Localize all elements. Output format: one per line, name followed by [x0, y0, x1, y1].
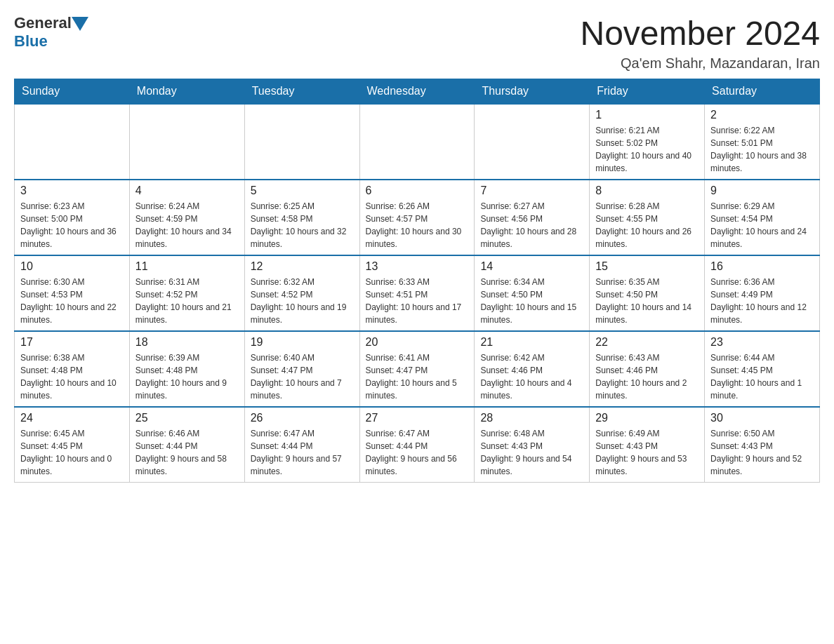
day-info: Sunrise: 6:35 AMSunset: 4:50 PMDaylight:… — [595, 276, 699, 326]
day-number: 28 — [480, 412, 583, 424]
calendar-header-friday: Friday — [590, 79, 705, 105]
calendar-cell: 3Sunrise: 6:23 AMSunset: 5:00 PMDaylight… — [15, 180, 130, 255]
day-info: Sunrise: 6:29 AMSunset: 4:54 PMDaylight:… — [710, 200, 814, 250]
day-number: 27 — [366, 412, 469, 424]
calendar-cell: 2Sunrise: 6:22 AMSunset: 5:01 PMDaylight… — [705, 104, 820, 180]
calendar-cell — [15, 104, 130, 180]
day-info: Sunrise: 6:49 AMSunset: 4:43 PMDaylight:… — [595, 427, 699, 478]
day-number: 2 — [710, 109, 814, 121]
day-info: Sunrise: 6:48 AMSunset: 4:43 PMDaylight:… — [480, 427, 583, 478]
calendar-cell: 5Sunrise: 6:25 AMSunset: 4:58 PMDaylight… — [244, 180, 359, 255]
day-info: Sunrise: 6:41 AMSunset: 4:47 PMDaylight:… — [366, 351, 469, 402]
calendar-cell: 8Sunrise: 6:28 AMSunset: 4:55 PMDaylight… — [590, 180, 705, 255]
day-number: 30 — [710, 412, 814, 424]
calendar-cell — [475, 104, 590, 180]
day-info: Sunrise: 6:21 AMSunset: 5:02 PMDaylight:… — [595, 124, 699, 175]
day-number: 15 — [595, 260, 699, 273]
calendar-week-row-4: 17Sunrise: 6:38 AMSunset: 4:48 PMDayligh… — [15, 331, 820, 407]
page-header: General Blue November 2024 Qa'em Shahr, … — [14, 14, 820, 72]
calendar-header-saturday: Saturday — [705, 79, 820, 105]
calendar-cell: 21Sunrise: 6:42 AMSunset: 4:46 PMDayligh… — [475, 331, 590, 407]
calendar-cell: 28Sunrise: 6:48 AMSunset: 4:43 PMDayligh… — [475, 407, 590, 483]
day-info: Sunrise: 6:26 AMSunset: 4:57 PMDaylight:… — [366, 200, 469, 250]
calendar-cell: 1Sunrise: 6:21 AMSunset: 5:02 PMDaylight… — [590, 104, 705, 180]
calendar-cell: 20Sunrise: 6:41 AMSunset: 4:47 PMDayligh… — [359, 331, 475, 407]
day-info: Sunrise: 6:22 AMSunset: 5:01 PMDaylight:… — [710, 124, 814, 175]
day-info: Sunrise: 6:30 AMSunset: 4:53 PMDaylight:… — [20, 276, 124, 326]
day-number: 4 — [135, 185, 239, 197]
calendar-cell — [244, 104, 359, 180]
calendar-header-wednesday: Wednesday — [359, 79, 475, 105]
day-number: 10 — [20, 260, 124, 273]
calendar-week-row-2: 3Sunrise: 6:23 AMSunset: 5:00 PMDaylight… — [15, 180, 820, 255]
calendar-week-row-1: 1Sunrise: 6:21 AMSunset: 5:02 PMDaylight… — [15, 104, 820, 180]
calendar-week-row-3: 10Sunrise: 6:30 AMSunset: 4:53 PMDayligh… — [15, 255, 820, 331]
day-info: Sunrise: 6:24 AMSunset: 4:59 PMDaylight:… — [135, 200, 239, 250]
day-number: 23 — [710, 336, 814, 349]
location-title: Qa'em Shahr, Mazandaran, Iran — [580, 55, 820, 72]
logo-general-text: General — [14, 14, 72, 32]
day-number: 21 — [480, 336, 583, 349]
day-info: Sunrise: 6:47 AMSunset: 4:44 PMDaylight:… — [366, 427, 469, 478]
calendar-table: SundayMondayTuesdayWednesdayThursdayFrid… — [14, 79, 820, 483]
calendar-cell: 25Sunrise: 6:46 AMSunset: 4:44 PMDayligh… — [129, 407, 244, 483]
day-info: Sunrise: 6:27 AMSunset: 4:56 PMDaylight:… — [480, 200, 583, 250]
day-info: Sunrise: 6:28 AMSunset: 4:55 PMDaylight:… — [595, 200, 699, 250]
day-info: Sunrise: 6:43 AMSunset: 4:46 PMDaylight:… — [595, 351, 699, 402]
calendar-cell: 16Sunrise: 6:36 AMSunset: 4:49 PMDayligh… — [705, 255, 820, 331]
day-number: 1 — [595, 109, 699, 121]
day-info: Sunrise: 6:32 AMSunset: 4:52 PMDaylight:… — [251, 276, 354, 326]
calendar-cell: 6Sunrise: 6:26 AMSunset: 4:57 PMDaylight… — [359, 180, 475, 255]
day-info: Sunrise: 6:46 AMSunset: 4:44 PMDaylight:… — [135, 427, 239, 478]
calendar-week-row-5: 24Sunrise: 6:45 AMSunset: 4:45 PMDayligh… — [15, 407, 820, 483]
calendar-cell: 24Sunrise: 6:45 AMSunset: 4:45 PMDayligh… — [15, 407, 130, 483]
calendar-cell: 26Sunrise: 6:47 AMSunset: 4:44 PMDayligh… — [244, 407, 359, 483]
day-info: Sunrise: 6:50 AMSunset: 4:43 PMDaylight:… — [710, 427, 814, 478]
day-number: 18 — [135, 336, 239, 349]
calendar-header-monday: Monday — [129, 79, 244, 105]
calendar-cell: 18Sunrise: 6:39 AMSunset: 4:48 PMDayligh… — [129, 331, 244, 407]
calendar-cell: 9Sunrise: 6:29 AMSunset: 4:54 PMDaylight… — [705, 180, 820, 255]
calendar-cell: 14Sunrise: 6:34 AMSunset: 4:50 PMDayligh… — [475, 255, 590, 331]
calendar-cell: 17Sunrise: 6:38 AMSunset: 4:48 PMDayligh… — [15, 331, 130, 407]
calendar-header-tuesday: Tuesday — [244, 79, 359, 105]
day-info: Sunrise: 6:38 AMSunset: 4:48 PMDaylight:… — [20, 351, 124, 402]
day-number: 11 — [135, 260, 239, 273]
day-info: Sunrise: 6:34 AMSunset: 4:50 PMDaylight:… — [480, 276, 583, 326]
day-info: Sunrise: 6:31 AMSunset: 4:52 PMDaylight:… — [135, 276, 239, 326]
day-number: 14 — [480, 260, 583, 273]
day-number: 17 — [20, 336, 124, 349]
calendar-cell: 4Sunrise: 6:24 AMSunset: 4:59 PMDaylight… — [129, 180, 244, 255]
day-number: 7 — [480, 185, 583, 197]
calendar-cell: 23Sunrise: 6:44 AMSunset: 4:45 PMDayligh… — [705, 331, 820, 407]
calendar-cell: 22Sunrise: 6:43 AMSunset: 4:46 PMDayligh… — [590, 331, 705, 407]
day-info: Sunrise: 6:40 AMSunset: 4:47 PMDaylight:… — [251, 351, 354, 402]
calendar-header-sunday: Sunday — [15, 79, 130, 105]
day-number: 9 — [710, 185, 814, 197]
calendar-cell: 15Sunrise: 6:35 AMSunset: 4:50 PMDayligh… — [590, 255, 705, 331]
calendar-cell: 13Sunrise: 6:33 AMSunset: 4:51 PMDayligh… — [359, 255, 475, 331]
day-number: 29 — [595, 412, 699, 424]
day-info: Sunrise: 6:23 AMSunset: 5:00 PMDaylight:… — [20, 200, 124, 250]
day-number: 19 — [251, 336, 354, 349]
day-info: Sunrise: 6:25 AMSunset: 4:58 PMDaylight:… — [251, 200, 354, 250]
title-section: November 2024 Qa'em Shahr, Mazandaran, I… — [580, 14, 820, 72]
day-info: Sunrise: 6:42 AMSunset: 4:46 PMDaylight:… — [480, 351, 583, 402]
calendar-cell: 11Sunrise: 6:31 AMSunset: 4:52 PMDayligh… — [129, 255, 244, 331]
day-number: 5 — [251, 185, 354, 197]
calendar-cell: 7Sunrise: 6:27 AMSunset: 4:56 PMDaylight… — [475, 180, 590, 255]
day-number: 13 — [366, 260, 469, 273]
calendar-cell: 19Sunrise: 6:40 AMSunset: 4:47 PMDayligh… — [244, 331, 359, 407]
day-number: 8 — [595, 185, 699, 197]
day-info: Sunrise: 6:45 AMSunset: 4:45 PMDaylight:… — [20, 427, 124, 478]
day-number: 25 — [135, 412, 239, 424]
calendar-cell — [359, 104, 475, 180]
calendar-cell: 29Sunrise: 6:49 AMSunset: 4:43 PMDayligh… — [590, 407, 705, 483]
day-number: 20 — [366, 336, 469, 349]
calendar-cell — [129, 104, 244, 180]
day-number: 3 — [20, 185, 124, 197]
day-number: 22 — [595, 336, 699, 349]
month-title: November 2024 — [580, 14, 820, 53]
day-info: Sunrise: 6:44 AMSunset: 4:45 PMDaylight:… — [710, 351, 814, 402]
day-number: 6 — [366, 185, 469, 197]
